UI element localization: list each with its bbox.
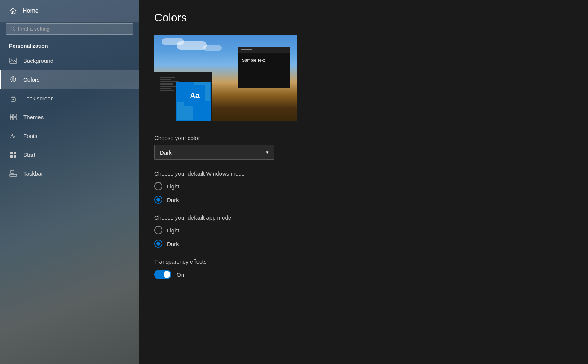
sidebar-item-colors[interactable]: Colors [0,70,139,89]
windows-dark-label: Dark [167,197,179,203]
windows-mode-label: Choose your default Windows mode [154,170,573,177]
app-dark-radio[interactable] [154,240,162,248]
preview-bar-5 [160,86,177,87]
color-dropdown-value: Dark [160,149,172,156]
svg-rect-8 [10,117,13,120]
background-icon [9,56,17,65]
fonts-icon: A a [9,132,17,140]
windows-mode-section: Choose your default Windows mode Light D… [154,170,573,204]
preview-aa-tile: Aa [184,85,205,106]
svg-rect-6 [10,114,13,117]
sidebar-item-label: Themes [23,114,44,120]
app-mode-section: Choose your default app mode Light Dark [154,214,573,248]
app-mode-dark-option[interactable]: Dark [154,240,573,248]
svg-rect-17 [11,170,14,174]
preview-bar-4 [160,83,173,85]
svg-rect-12 [10,152,13,154]
sidebar-item-start[interactable]: Start [0,145,139,164]
search-icon [10,26,15,32]
search-input[interactable] [18,26,129,32]
transparency-toggle-row: On [154,270,573,279]
chevron-down-icon: ▾ [266,149,269,156]
sidebar-item-label: Start [23,152,35,158]
transparency-toggle-label: On [177,271,184,278]
app-light-radio[interactable] [154,226,162,234]
sidebar-item-fonts[interactable]: A a Fonts [0,126,139,145]
lock-icon [9,94,17,102]
svg-rect-15 [14,155,16,158]
svg-rect-7 [14,114,16,117]
sidebar: Home Personalization Background Colors [0,0,139,364]
home-icon [9,7,17,15]
main-content: Colors Aa [139,0,588,364]
svg-point-5 [13,99,14,100]
home-label: Home [23,8,39,14]
sidebar-item-themes[interactable]: Themes [0,108,139,126]
sidebar-search-box[interactable] [6,23,133,35]
transparency-section: Transparency effects On [154,258,573,279]
color-dropdown[interactable]: Dark ▾ [154,145,274,160]
colors-icon [9,75,17,83]
preview-bar-1 [160,77,175,78]
svg-rect-9 [14,117,16,120]
preview-bar-2 [160,79,171,80]
windows-light-radio[interactable] [154,182,162,190]
personalization-section-title: Personalization [0,39,139,51]
preview-bar-7 [160,90,174,91]
sidebar-item-taskbar[interactable]: Taskbar [0,164,139,183]
windows-mode-dark-option[interactable]: Dark [154,196,573,204]
sidebar-item-background[interactable]: Background [0,51,139,70]
choose-color-label: Choose your color [154,135,573,141]
svg-line-1 [14,30,15,31]
choose-color-section: Choose your color Dark ▾ [154,135,573,160]
svg-rect-14 [10,155,13,158]
svg-rect-13 [14,152,16,154]
preview-popup-line [241,49,252,50]
sidebar-item-home[interactable]: Home [0,0,139,22]
sidebar-item-label: Lock screen [23,95,54,102]
sidebar-item-label: Taskbar [23,170,43,177]
preview-sample-text: Sample Text [242,58,265,62]
start-icon [9,150,17,159]
preview-popup: Sample Text [238,47,290,88]
sidebar-item-label: Background [23,58,53,64]
app-dark-label: Dark [167,241,179,247]
page-title: Colors [154,11,573,24]
themes-icon [9,113,17,121]
transparency-label: Transparency effects [154,258,573,265]
app-mode-label: Choose your default app mode [154,214,573,221]
preview-cloud-2 [162,38,184,45]
preview-cloud-3 [203,45,222,51]
transparency-toggle[interactable] [154,270,171,279]
preview-popup-body: Sample Text [238,53,290,68]
sidebar-item-label: Fonts [23,133,38,139]
app-mode-light-option[interactable]: Light [154,226,573,234]
preview-popup-titlebar [238,47,290,53]
windows-mode-light-option[interactable]: Light [154,182,573,190]
svg-point-0 [11,27,14,30]
preview-bar-6 [160,88,171,89]
sidebar-item-label: Colors [23,76,39,83]
app-light-label: Light [167,227,179,234]
windows-light-label: Light [167,183,179,190]
taskbar-icon [9,169,17,177]
svg-text:a: a [13,134,16,139]
windows-dark-radio[interactable] [154,196,162,204]
svg-rect-16 [10,174,17,176]
sidebar-item-lock-screen[interactable]: Lock screen [0,89,139,108]
color-preview: Aa Sample Text [154,35,297,121]
